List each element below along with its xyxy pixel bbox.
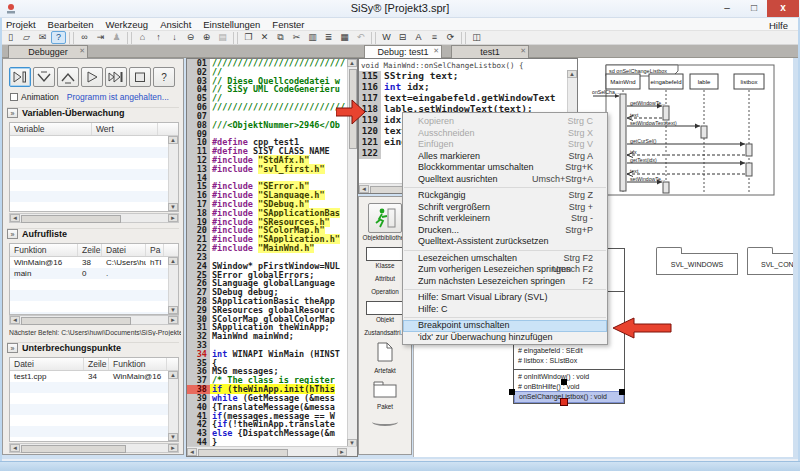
callstack-hscrollbar[interactable]: ◄► — [9, 315, 179, 325]
open-folder-icon[interactable]: ▱ — [19, 31, 34, 44]
selection-handle[interactable] — [561, 379, 567, 385]
palette-item-artefakt[interactable]: Artefakt — [359, 342, 411, 374]
tab-debugger[interactable]: Debugger✕ — [8, 45, 88, 58]
close-button[interactable]: x — [767, 0, 799, 17]
code-line[interactable]: 115SString text; — [359, 70, 577, 81]
context-menu-item[interactable]: RückgängigStrg Z — [403, 190, 607, 202]
report-icon[interactable]: ▤ — [215, 31, 230, 44]
help-icon[interactable]: ? — [51, 31, 66, 44]
table-row[interactable]: WinMain@1638C:\Users\huwi\...hTI — [10, 257, 178, 268]
class-operation[interactable]: # onBtnHilfe() : void — [514, 382, 624, 392]
step-out-button[interactable] — [57, 67, 79, 87]
package-svl-controls[interactable]: SVL_CONTR — [747, 253, 793, 275]
class-operation-selected[interactable]: onSelChangeListbox() : void — [515, 392, 623, 402]
close-icon[interactable]: ✕ — [520, 44, 526, 57]
minimize-button[interactable]: – — [714, 0, 740, 17]
callstack-table[interactable]: FunktionZeileDateiPaWinMain@1638C:\Users… — [9, 243, 179, 315]
table-vscrollbar[interactable]: ▲▼ — [168, 371, 178, 441]
context-menu-item[interactable]: Alles markierenStrg A — [403, 151, 607, 163]
refresh-document-icon[interactable]: ⟳ — [443, 31, 458, 44]
list-icon[interactable]: ≣ — [321, 31, 336, 44]
stop-button[interactable] — [129, 67, 151, 87]
paste-icon[interactable]: ▥ — [305, 31, 320, 44]
restart-button[interactable] — [105, 67, 127, 87]
context-menu-item[interactable]: Drucken...Strg+P — [403, 225, 607, 237]
zoom-in-icon[interactable]: ⊕ — [199, 31, 214, 44]
zoom-out-icon[interactable]: ⊖ — [183, 31, 198, 44]
context-menu-item[interactable]: Hilfe: Smart Visual Library (SVL) — [403, 292, 607, 304]
cut-icon[interactable]: ✂ — [289, 31, 304, 44]
variables-hscrollbar[interactable]: ◄► — [9, 213, 179, 223]
selection-handle[interactable] — [619, 389, 625, 395]
arrow-up-icon[interactable]: ↑ — [151, 31, 166, 44]
menu-item-einstellungen[interactable]: Einstellungen — [197, 18, 266, 31]
selection-handle-red[interactable] — [560, 398, 568, 406]
table-icon[interactable]: ▦ — [337, 31, 352, 44]
table-row[interactable]: test1.cpp34WinMain@16 — [10, 371, 178, 382]
animation-checkbox[interactable] — [10, 93, 18, 101]
help-debug-button[interactable]: ? — [153, 67, 175, 87]
expand-icon[interactable]: » — [7, 229, 18, 239]
home-icon[interactable]: ⌂ — [135, 31, 150, 44]
delete-icon[interactable]: ✕ — [257, 31, 272, 44]
class-operation[interactable]: # onInitWindow() : void — [514, 372, 624, 382]
tab-test1[interactable]: test1✕ — [451, 45, 529, 58]
variables-table[interactable]: VariableWert▲▼ — [9, 122, 179, 212]
context-menu-item[interactable]: Schrift vergrößernStrg + — [403, 202, 607, 214]
palette-scroll-indicator[interactable] — [372, 418, 398, 426]
menu-item-werkzeug[interactable]: Werkzeug — [100, 18, 155, 31]
palette-item-paket[interactable]: Paket — [359, 380, 411, 410]
code-line[interactable]: 116int idx; — [359, 81, 577, 92]
search-binoculars-icon[interactable]: ∞ — [77, 31, 92, 44]
exit-icon[interactable]: ⇥ — [93, 31, 108, 44]
copy-icon[interactable]: ⧉ — [273, 31, 288, 44]
menu-item-fenster[interactable]: Fenster — [266, 18, 310, 31]
table-row[interactable]: main0. — [10, 268, 178, 279]
code-line[interactable]: 117text=eingabefeld.getWindowText — [359, 92, 577, 103]
table-vscrollbar[interactable]: ▲▼ — [168, 136, 178, 211]
package-svl-windows[interactable]: SVL_WINDOWS — [656, 253, 738, 275]
run-button[interactable] — [81, 67, 103, 87]
table-vscrollbar[interactable]: ▲▼ — [168, 257, 178, 314]
context-menu-item[interactable]: 'idx' zur Überwachung hinzufügen — [403, 332, 607, 344]
editor-hscrollbar[interactable]: ◄► — [187, 446, 357, 456]
context-menu-item[interactable]: Schrift verkleinernStrg - — [403, 213, 607, 225]
user-icon[interactable]: ♟ — [109, 31, 124, 44]
context-menu-item[interactable]: Quelltext-Assistent zurücksetzen — [403, 236, 607, 248]
step-into-button[interactable] — [9, 67, 31, 87]
arrow-down-icon[interactable]: ↓ — [167, 31, 182, 44]
window-icon[interactable]: ❐ — [241, 31, 256, 44]
context-menu-item[interactable]: Breakpoint umschalten — [403, 320, 607, 332]
outline-icon[interactable]: ≡ — [427, 31, 442, 44]
menu-item-bearbeiten[interactable]: Bearbeiten — [42, 18, 100, 31]
class-attribute[interactable]: # listbox : SListBox — [514, 356, 624, 366]
expand-icon[interactable]: » — [7, 343, 18, 353]
close-icon[interactable]: ✕ — [433, 44, 439, 57]
undo-icon[interactable]: ↶ — [353, 31, 368, 44]
word-icon[interactable]: W — [379, 31, 394, 44]
context-menu-item[interactable]: Quelltext ausrichtenUmsch+Strg+A — [403, 174, 607, 186]
selection-handle[interactable] — [509, 389, 515, 395]
step-over-button[interactable] — [33, 67, 55, 87]
context-menu-item[interactable]: Lesezeichen umschaltenStrg F2 — [403, 253, 607, 265]
breakpoints-hscrollbar[interactable]: ◄► — [9, 443, 179, 453]
context-menu-item[interactable]: Zum vorherigen Lesezeichen springenUmsch… — [403, 264, 607, 276]
maximize-button[interactable]: □ — [741, 0, 767, 17]
tab-debug-test1[interactable]: Debug: test1✕ — [364, 45, 442, 58]
font-icon[interactable]: A — [411, 31, 426, 44]
breakpoints-table[interactable]: DateiZeileFunktiontest1.cpp34WinMain@16▲… — [9, 357, 179, 442]
mail-icon[interactable]: ✉ — [35, 31, 50, 44]
new-document-icon[interactable]: ▯ — [3, 31, 18, 44]
context-menu-item[interactable]: Zum nächsten Lesezeichen springenF2 — [403, 276, 607, 288]
print-icon[interactable]: ⊟ — [395, 31, 410, 44]
line-number[interactable]: 122 — [359, 148, 381, 159]
menu-item-projekt[interactable]: Projekt — [0, 18, 42, 31]
close-icon[interactable]: ✕ — [79, 44, 85, 57]
context-menu-item[interactable]: EinfügenStrg V — [403, 139, 607, 151]
context-menu-item[interactable]: Blockkommentar umschaltenStrg+K — [403, 162, 607, 174]
context-menu-item[interactable]: Hilfe: C — [403, 304, 607, 316]
book-icon[interactable]: ◫ — [469, 31, 484, 44]
run-state-link[interactable]: Programm ist angehalten... — [67, 92, 169, 102]
menu-item-ansicht[interactable]: Ansicht — [154, 18, 197, 31]
expand-icon[interactable]: » — [7, 108, 18, 118]
